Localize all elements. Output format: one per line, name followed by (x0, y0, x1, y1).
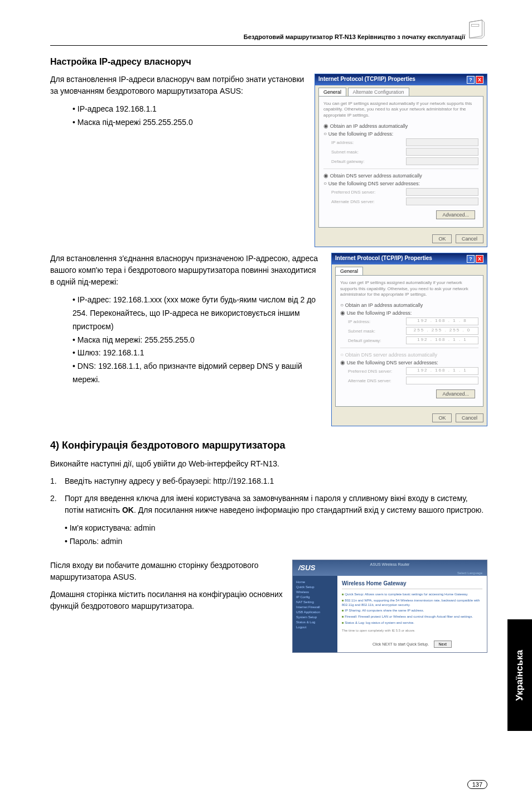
router-bullet: Firewall: Firewall protect LAN or Wirele… (342, 615, 482, 619)
router-sidebar: Home Quick Setup Wireless IP Config NAT … (293, 576, 337, 652)
radio-obtain-dns: Obtain DNS server address automatically (340, 352, 478, 358)
gateway-label: Default gateway: (348, 338, 381, 343)
alt-dns-label: Alternate DNS server: (331, 199, 375, 204)
router-next-text: Click NEXT to start Quick Setup. (373, 642, 429, 646)
router-bullet: Status & Log: log status of system and s… (342, 621, 482, 625)
advanced-button[interactable]: Advanced... (436, 210, 475, 219)
router-bullet: 802.11n and WPA, supporting the 54 Wirel… (342, 599, 482, 608)
router-top-title: ASUS Wireless Router (370, 562, 410, 566)
step-number: 1. (50, 475, 65, 487)
router-bullet: Quick Setup: Allows users to complete ba… (342, 593, 482, 597)
alt-dns-input (406, 198, 478, 205)
radio-obtain-ip[interactable]: Obtain an IP address automatically (340, 302, 478, 308)
router-main-title: Wireless Home Gateway (342, 580, 482, 589)
page-header: Бездротовий маршрутизатор RT-N13 Керівни… (50, 33, 487, 46)
step-text: Порт для введення ключа для імені корист… (65, 493, 487, 516)
list-item: Маска під-мережі 255.255.255.0 (72, 116, 306, 129)
list-item: Шлюз: 192.168.1.1 (72, 346, 322, 360)
sidebar-item[interactable]: NAT Setting (296, 600, 334, 604)
router-homepage: /SUS ASUS Wireless Router Select Languag… (292, 560, 487, 653)
section1-title: Настройка IP-адресу власноруч (50, 57, 487, 67)
sidebar-item[interactable]: IP Config (296, 595, 334, 599)
pref-dns-input (406, 188, 478, 196)
router-bullet: IP Sharing: All computers share the same… (342, 609, 482, 613)
ip-label: IP address: (348, 319, 370, 324)
alt-dns-input[interactable] (406, 377, 478, 384)
help-icon[interactable]: ? (467, 255, 475, 263)
cancel-button[interactable]: Cancel (456, 234, 483, 243)
svg-rect-0 (472, 25, 479, 27)
ip-input (406, 138, 478, 146)
section1-para: Для встановлення IP-адреси власноруч вам… (50, 74, 306, 97)
sidebar-item[interactable]: USB Application (296, 610, 334, 614)
cancel-button[interactable]: Cancel (456, 413, 483, 422)
radio-obtain-dns[interactable]: Obtain DNS server address automatically (323, 172, 478, 179)
gateway-label: Default gateway: (331, 159, 365, 164)
advanced-button[interactable]: Advanced... (436, 389, 475, 398)
dialog-desc: You can get IP settings assigned automat… (323, 101, 478, 118)
gateway-input (406, 157, 478, 165)
dialog-title: Internet Protocol (TCP/IP) Properties (318, 76, 415, 84)
radio-use-dns[interactable]: Use the following DNS server addresses: (323, 180, 478, 186)
tcpip-dialog-manual: Internet Protocol (TCP/IP) Properties ? … (331, 253, 487, 426)
pref-dns-label: Preferred DNS server: (348, 369, 392, 374)
list-item: DNS: 192.168.1.1, або призначте відомий … (72, 360, 322, 387)
dialog-title: Internet Protocol (TCP/IP) Properties (335, 255, 432, 263)
tcpip-dialog-auto: Internet Protocol (TCP/IP) Properties ? … (315, 74, 487, 247)
sidebar-item[interactable]: Internet Firewall (296, 605, 334, 609)
subnet-label: Subnet mask: (348, 329, 375, 334)
subnet-label: Subnet mask: (331, 150, 359, 155)
sidebar-item[interactable]: System Setup (296, 615, 334, 619)
ok-button[interactable]: OK (432, 234, 452, 243)
subnet-input[interactable]: 255 . 255 . 255 . 0 (406, 327, 478, 335)
dialog-desc: You can get IP settings assigned automat… (340, 280, 478, 297)
step-number: 2. (50, 493, 65, 516)
ok-button[interactable]: OK (432, 413, 452, 422)
list-item: Ім'я користувача: admin (65, 522, 487, 535)
close-icon[interactable]: X (476, 255, 483, 263)
list-item: IP-адрес: 192.168.1.xxx (xxx може бути б… (72, 293, 322, 333)
subnet-input (406, 148, 478, 156)
radio-use-ip[interactable]: Use the following IP address: (340, 310, 478, 316)
ip-label: IP address: (331, 140, 354, 145)
list-item: Маска під мережі: 255.255.255.0 (72, 334, 322, 347)
gateway-input[interactable]: 192 . 168 . 1 . 1 (406, 336, 478, 344)
radio-obtain-ip[interactable]: Obtain an IP address automatically (323, 123, 478, 129)
section3-intro: Виконайте наступні дії, щоб увійти до We… (50, 458, 487, 470)
section2-para: Для встановлення з'єднання власноруч при… (50, 253, 322, 288)
radio-use-ip[interactable]: Use the following IP address: (323, 131, 478, 137)
alt-dns-label: Alternate DNS server: (348, 378, 391, 383)
router-note: The time to open completely with IE 5.5 … (342, 629, 482, 632)
pref-dns-label: Preferred DNS server: (331, 190, 375, 195)
next-button[interactable]: Next (434, 641, 452, 648)
tab-alternate[interactable]: Alternate Configuration (348, 88, 409, 96)
sidebar-item[interactable]: Wireless (296, 590, 334, 594)
brand-logo: /SUS (298, 564, 315, 572)
page-number: 137 (467, 780, 487, 789)
radio-use-dns[interactable]: Use the following DNS server addresses: (340, 359, 478, 365)
router-para1: Після входу ви побачите домашню сторінку… (50, 560, 283, 583)
ip-input[interactable]: 192 . 168 . 1 . 8 (406, 317, 478, 325)
lang-select[interactable]: Select Language (457, 571, 482, 575)
router-para2: Домашня сторінка містить посилання на ко… (50, 589, 283, 612)
section3-heading: 4) Конфігурація бездротового маршрутизат… (50, 440, 487, 451)
sidebar-item[interactable]: Status & Log (296, 620, 334, 624)
computer-icon (466, 18, 487, 44)
tab-general[interactable]: General (335, 267, 363, 275)
pref-dns-input[interactable]: 192 . 168 . 1 . 1 (406, 367, 478, 375)
list-item: Пароль: admin (65, 535, 487, 548)
sidebar-item[interactable]: Home (296, 580, 334, 584)
step-text: Введіть наступну адресу у веб-браузері: … (65, 475, 487, 487)
header-title: Бездротовий маршрутизатор RT-N13 Керівни… (244, 33, 465, 40)
list-item: IP-адреса 192.168.1.1 (72, 103, 306, 116)
help-icon[interactable]: ? (467, 76, 475, 84)
close-icon[interactable]: X (476, 76, 483, 84)
sidebar-item[interactable]: Quick Setup (296, 585, 334, 589)
sidebar-item[interactable]: Logout (296, 625, 334, 629)
tab-general[interactable]: General (318, 88, 346, 96)
